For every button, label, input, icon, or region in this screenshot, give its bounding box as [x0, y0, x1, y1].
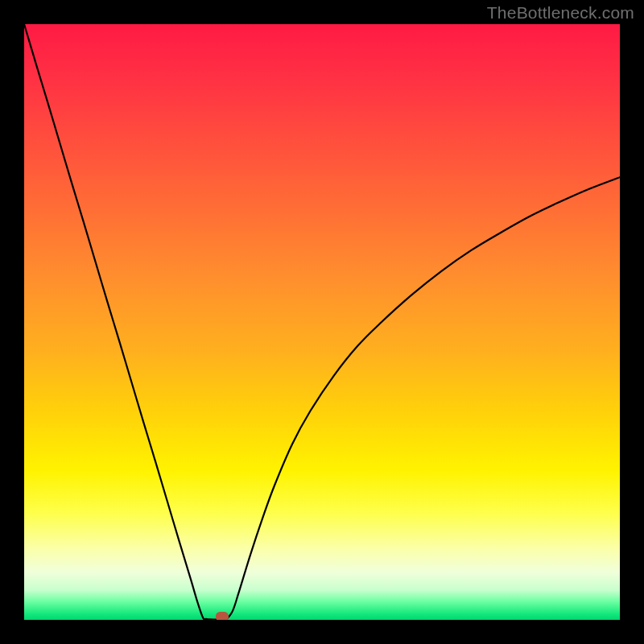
plot-area [24, 24, 620, 620]
curve-path [24, 24, 620, 620]
valley-marker [216, 612, 229, 620]
attribution-label: TheBottleneck.com [487, 3, 634, 23]
chart-frame: TheBottleneck.com [0, 0, 644, 644]
bottleneck-curve [24, 24, 620, 620]
